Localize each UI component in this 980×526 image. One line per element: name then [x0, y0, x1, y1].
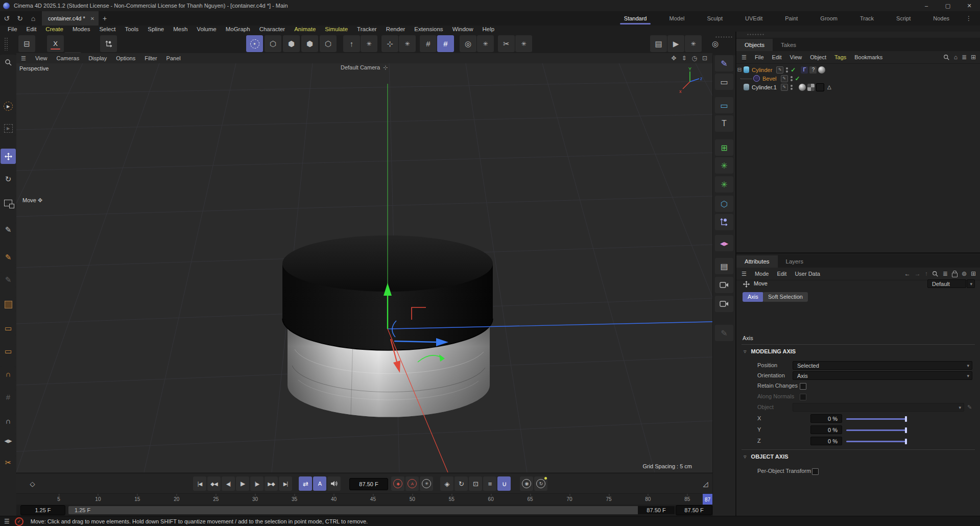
polygons-mode-button[interactable]: ⬢: [301, 35, 318, 52]
layout-overflow-icon[interactable]: ⋮: [961, 15, 977, 22]
am-userdata[interactable]: User Data: [791, 271, 824, 277]
tab-attributes[interactable]: Attributes: [736, 255, 778, 268]
field-object-button[interactable]: ⬡: [715, 196, 733, 212]
attributes-hamburger-icon[interactable]: ☰: [736, 271, 751, 277]
close-button[interactable]: ✕: [959, 0, 980, 11]
key-parameter-button[interactable]: ≡: [483, 476, 496, 491]
y-slider-handle[interactable]: [905, 427, 907, 433]
points-mode-button[interactable]: ⬡: [265, 35, 281, 52]
home-button[interactable]: ⌂: [27, 12, 40, 25]
preset-dropdown-arrow[interactable]: ▾: [967, 279, 975, 288]
om-edit[interactable]: Edit: [768, 54, 786, 60]
document-tab[interactable]: container.c4d * ✕: [42, 11, 99, 26]
visibility-dots[interactable]: [786, 67, 788, 73]
layout-tab-groom[interactable]: Groom: [809, 11, 849, 26]
history-back-icon[interactable]: ←: [904, 270, 911, 277]
cloner-button[interactable]: ✳: [715, 157, 733, 174]
am-mode[interactable]: Mode: [751, 271, 773, 277]
current-frame-marker[interactable]: 87: [703, 494, 712, 505]
parent-icon[interactable]: ↑: [925, 270, 928, 277]
redo-button[interactable]: ↻: [13, 12, 27, 25]
lock-x-axis-button[interactable]: X: [47, 35, 64, 52]
loop-playback-button[interactable]: ⇄: [299, 476, 312, 491]
toolbar-grip[interactable]: [4, 37, 8, 51]
vp-menu-cameras[interactable]: Cameras: [52, 55, 84, 61]
render-region-button[interactable]: ✳: [477, 35, 494, 52]
cube-object-button[interactable]: ▭: [715, 97, 733, 113]
workplane-settings-button[interactable]: ✳: [399, 35, 416, 52]
keyframe-marker-button[interactable]: ◇: [26, 476, 39, 491]
cage-deformer-button[interactable]: #: [1, 389, 16, 404]
filter-icon[interactable]: ≣: [943, 270, 948, 277]
menu-render[interactable]: Render: [381, 26, 410, 32]
layout-tab-paint[interactable]: Paint: [774, 11, 809, 26]
object-row-cylinder1[interactable]: Cylinder.1 ✎ △: [736, 83, 980, 91]
animation-palette-button[interactable]: ↻: [534, 476, 547, 491]
clone-tool-button[interactable]: ✂: [498, 35, 515, 52]
x-slider[interactable]: [846, 418, 907, 420]
render-to-picture-viewer-button[interactable]: ▶: [667, 35, 684, 52]
object-name[interactable]: Bevel: [762, 76, 777, 82]
menu-character[interactable]: Character: [255, 26, 290, 32]
home-icon[interactable]: ⌂: [954, 54, 958, 61]
object-row-cylinder[interactable]: ⊟ Cylinder ✎ ✓: [736, 65, 980, 74]
expand-toggle-icon[interactable]: ⊟: [736, 66, 743, 73]
lock-icon[interactable]: [952, 273, 958, 277]
z-value-input[interactable]: 0 %: [810, 437, 842, 445]
enabled-check-icon[interactable]: ✓: [791, 66, 796, 74]
visibility-dots[interactable]: [791, 85, 793, 90]
menu-edit[interactable]: Edit: [22, 26, 41, 32]
spline-pen-tool[interactable]: ✎: [1, 222, 16, 237]
motion-camera-button[interactable]: [715, 296, 733, 312]
layout-tab-track[interactable]: Track: [849, 11, 885, 26]
polygon-pen-tool[interactable]: [1, 297, 16, 312]
menu-animate[interactable]: Animate: [290, 26, 320, 32]
array-mograph-button[interactable]: ⊞: [715, 139, 733, 156]
undo-button[interactable]: ↺: [0, 12, 13, 25]
minimize-button[interactable]: –: [916, 0, 937, 11]
plane-primitive-button[interactable]: ▭: [715, 74, 733, 90]
menu-modes[interactable]: Modes: [68, 26, 95, 32]
sketch-tool[interactable]: ✎: [1, 250, 16, 265]
x-slider-handle[interactable]: [905, 416, 907, 422]
z-slider-handle[interactable]: [905, 439, 907, 444]
y-value-input[interactable]: 0 %: [810, 425, 842, 434]
search-icon[interactable]: [943, 54, 950, 61]
status-menu-icon[interactable]: ☰: [4, 518, 10, 525]
axis-modify-button[interactable]: [715, 214, 733, 230]
menu-simulate[interactable]: Simulate: [320, 26, 352, 32]
autokey-display-button[interactable]: A: [313, 476, 326, 491]
solo-animation-button[interactable]: ◉: [520, 476, 533, 491]
live-selection-tool[interactable]: ▶: [1, 99, 16, 114]
keyframe-settings-button[interactable]: ✳: [420, 476, 433, 491]
along-normals-checkbox[interactable]: [800, 394, 806, 400]
orientation-dropdown[interactable]: Axis ▾: [793, 371, 972, 380]
spline-smooth-tool[interactable]: ✎: [1, 272, 16, 288]
position-dropdown[interactable]: Selected ▾: [793, 361, 972, 370]
perspective-viewport[interactable]: Perspective Default Camera ⊹ Move ✥ Grid…: [16, 63, 712, 472]
sound-button[interactable]: [327, 476, 341, 491]
move-tool[interactable]: [1, 149, 16, 164]
material-tag-icon[interactable]: [799, 84, 806, 91]
menu-file[interactable]: File: [3, 26, 22, 32]
panel-grip[interactable]: [715, 36, 732, 39]
axis-settings-button[interactable]: ✳: [361, 35, 377, 52]
focus-icon[interactable]: ⊚: [962, 270, 967, 277]
range-start-input[interactable]: 1.25 F: [20, 505, 65, 515]
coordinate-system-button[interactable]: [100, 35, 117, 52]
camera-axis-icon[interactable]: ⊹: [383, 64, 388, 71]
menu-extensions[interactable]: Extensions: [410, 26, 447, 32]
range-slider[interactable]: 1.25 F 87.50 F: [68, 506, 675, 514]
menu-spline[interactable]: Spline: [143, 26, 169, 32]
menu-window[interactable]: Window: [448, 26, 478, 32]
goto-end-button[interactable]: ▶|: [279, 476, 292, 491]
enhanced-opengl-button[interactable]: ◎: [460, 35, 476, 52]
edit-toggle-icon[interactable]: ✎: [776, 66, 783, 74]
close-tab-icon[interactable]: ✕: [90, 16, 94, 21]
enabled-check-icon[interactable]: ✓: [795, 75, 800, 82]
layout-tab-standard[interactable]: Standard: [613, 11, 658, 26]
edit-toggle-icon[interactable]: ✎: [781, 84, 788, 91]
symmetry-button[interactable]: ◂▸: [1, 433, 16, 448]
layout-tab-uvedit[interactable]: UVEdit: [734, 11, 774, 26]
per-object-transform-checkbox[interactable]: [812, 468, 819, 475]
